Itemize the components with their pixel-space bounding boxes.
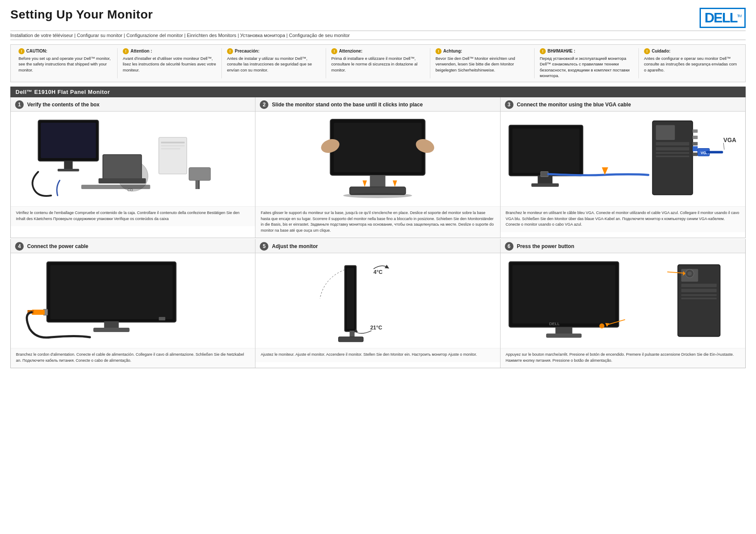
svg-text:4°C: 4°C xyxy=(373,269,383,275)
caution-col-0: ! CAUTION: Before you set up and operate… xyxy=(13,48,118,78)
svg-rect-45 xyxy=(706,151,723,154)
svg-rect-16 xyxy=(81,185,150,189)
step-5-desc: Ajustez le moniteur. Ajuste el monitor. … xyxy=(255,348,500,362)
step-2-cell: 2 Slide the monitor stand onto the base … xyxy=(255,97,500,238)
subtitle-bar: Installation de votre téléviseur | Confi… xyxy=(10,31,746,40)
step-1-header: 1 Verify the contents of the box xyxy=(11,97,255,112)
step-4-image xyxy=(11,253,255,348)
caution-icon-3: ! xyxy=(331,48,337,54)
steps-grid-top: 1 Verify the contents of the box CD xyxy=(10,97,746,238)
step-1-desc: Vérifiez le contenu de l'emballage Compr… xyxy=(11,206,255,226)
caution-icon-5: ! xyxy=(540,48,546,54)
step-5-title: Adjust the monitor xyxy=(272,243,318,249)
caution-icon-4: ! xyxy=(436,48,442,54)
caution-col-5: ! ВНИМАНИЕ : Перед установкой и эксплуат… xyxy=(535,48,639,78)
svg-rect-15 xyxy=(198,180,200,189)
caution-text-0: Before you set up and operate your Dell™… xyxy=(19,56,112,73)
caution-col-4: ! Achtung: Bevor Sie den Dell™ Monitor e… xyxy=(430,48,535,78)
caution-label-0: ! CAUTION: xyxy=(19,48,112,54)
caution-label-5: ! ВНИМАНИЕ : xyxy=(540,48,633,54)
svg-rect-14 xyxy=(196,180,198,189)
svg-rect-29 xyxy=(531,183,559,187)
step-6-desc: Appuyez sur le bouton marche/arrêt. Pres… xyxy=(501,348,745,368)
svg-rect-37 xyxy=(656,155,689,157)
product-name: Dell™ E1910H Flat Panel Monitor xyxy=(16,89,110,95)
caution-label-1: ! Attention : xyxy=(123,48,216,54)
step-3-image: VGA VGA xyxy=(501,112,745,206)
svg-text:DELL: DELL xyxy=(549,321,560,326)
svg-rect-21 xyxy=(370,175,386,188)
subtitle-text: Installation de votre téléviseur | Confi… xyxy=(10,33,350,38)
caution-title-0: CAUTION: xyxy=(26,48,47,54)
dell-logo: DELLTM xyxy=(700,8,746,28)
step-5-header: 5 Adjust the monitor xyxy=(255,239,500,253)
step-1-title: Verify the contents of the box xyxy=(27,102,100,108)
page-header: Setting Up Your Monitor DELLTM xyxy=(10,8,746,28)
svg-rect-18 xyxy=(334,123,422,172)
caution-title-4: Achtung: xyxy=(443,48,462,54)
dell-tm: TM xyxy=(737,14,741,18)
svg-rect-40 xyxy=(692,142,697,146)
step-3-svg: VGA VGA xyxy=(501,112,745,206)
svg-rect-77 xyxy=(681,294,716,296)
step-5-cell: 5 Adjust the monitor 4°C 21°C xyxy=(255,239,500,368)
step-6-title: Press the power button xyxy=(517,243,574,249)
caution-col-6: ! Cuidado: Antes de configurar e operar … xyxy=(639,48,743,78)
caution-text-1: Avant d'installer et d'utiliser votre mo… xyxy=(123,56,216,73)
svg-rect-49 xyxy=(50,265,173,319)
caution-col-3: ! Attenzione: Prima di installare e util… xyxy=(326,48,430,78)
svg-rect-76 xyxy=(681,289,716,292)
caution-title-6: Cuidado: xyxy=(652,48,670,54)
product-header: Dell™ E1910H Flat Panel Monitor xyxy=(10,87,746,97)
step-5-image: 4°C 21°C xyxy=(255,253,500,348)
step-1-number: 1 xyxy=(15,100,24,109)
step-4-cell: 4 Connect the power cable xyxy=(11,239,255,368)
svg-rect-75 xyxy=(681,284,716,287)
svg-rect-70 xyxy=(546,334,581,338)
step-3-header: 3 Connect the monitor using the blue VGA… xyxy=(501,97,745,112)
svg-marker-24 xyxy=(393,180,397,187)
svg-rect-50 xyxy=(159,317,165,320)
svg-rect-12 xyxy=(161,148,180,149)
step-4-header: 4 Connect the power cable xyxy=(11,239,255,253)
steps-grid-bottom: 4 Connect the power cable xyxy=(10,239,746,368)
svg-rect-41 xyxy=(692,146,697,152)
step-1-svg: CD xyxy=(11,112,255,206)
dell-logo-text: DELL xyxy=(704,10,737,25)
svg-point-68 xyxy=(599,323,604,329)
svg-rect-7 xyxy=(103,155,142,180)
caution-text-5: Перед установкой и эксплуатацией монитор… xyxy=(540,56,633,78)
step-4-desc: Branchez le cordon d'alimentation. Conec… xyxy=(11,348,255,368)
svg-rect-34 xyxy=(656,142,689,146)
svg-rect-2 xyxy=(64,161,73,170)
step-4-number: 4 xyxy=(15,242,24,251)
svg-rect-58 xyxy=(347,268,354,329)
svg-rect-60 xyxy=(339,337,363,342)
svg-rect-30 xyxy=(541,172,548,177)
step-4-svg xyxy=(11,253,255,348)
svg-rect-27 xyxy=(512,129,579,173)
svg-rect-33 xyxy=(656,125,675,140)
step-3-cell: 3 Connect the monitor using the blue VGA… xyxy=(501,97,745,238)
svg-text:VGA: VGA xyxy=(723,137,736,143)
caution-title-5: ВНИМАНИЕ : xyxy=(548,48,575,54)
caution-label-3: ! Attenzione: xyxy=(331,48,425,54)
step-1-cell: 1 Verify the contents of the box CD xyxy=(11,97,255,238)
step-2-desc: Faites glisser le support du moniteur su… xyxy=(255,206,500,238)
caution-label-6: ! Cuidado: xyxy=(644,48,737,54)
svg-rect-66 xyxy=(512,265,615,323)
svg-point-25 xyxy=(343,193,412,198)
caution-text-3: Prima di installare e utilizzare il moni… xyxy=(331,56,425,73)
caution-text-6: Antes de configurar e operar seu monitor… xyxy=(644,56,737,73)
svg-rect-39 xyxy=(692,136,697,139)
svg-rect-36 xyxy=(656,152,689,154)
svg-point-80 xyxy=(688,272,692,276)
svg-marker-23 xyxy=(363,180,367,187)
caution-icon-0: ! xyxy=(19,48,25,54)
main-title: Setting Up Your Monitor xyxy=(10,8,153,22)
step-3-title: Connect the monitor using the blue VGA c… xyxy=(517,102,631,108)
step-2-title: Slide the monitor stand onto the base un… xyxy=(272,102,423,108)
step-1-image: CD xyxy=(11,112,255,206)
step-6-header: 6 Press the power button xyxy=(501,239,745,253)
caution-text-2: Antes de instalar y utilizar su monitor … xyxy=(227,56,320,73)
